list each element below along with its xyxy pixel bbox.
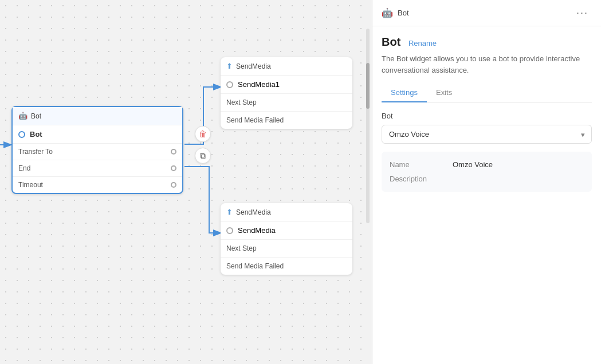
bot-node-name-label: Bot [30,130,42,139]
panel-topbar-left: 🤖 Bot [382,7,409,18]
panel-content: Bot Rename The Bot widget allows you to … [372,26,601,364]
info-description-key: Description [390,175,453,183]
bot-icon: 🤖 [18,112,28,120]
port-end[interactable]: End [13,160,182,177]
info-name-value: Omzo Voice [453,160,493,169]
canvas: 🤖 Bot Bot Transfer To End Timeout 🗑 ⧉ ⬆ … [0,0,372,364]
port-transfer-circle [171,149,176,155]
panel-menu-button[interactable]: ··· [573,6,592,20]
port-timeout[interactable]: Timeout [13,177,182,193]
send-media-1-step-2[interactable]: Send Media Failed [221,112,352,129]
send-media-2-header: ⬆ SendMedia [221,203,352,221]
right-panel: 🤖 Bot ··· Bot Rename The Bot widget allo… [372,0,601,364]
bot-node-header: 🤖 Bot [13,107,182,125]
bot-node-name-row: Bot [13,125,182,144]
settings-section: Bot Omzo Voice Name Omzo Voice Descripti… [382,112,592,192]
panel-bot-icon: 🤖 [382,7,393,18]
send-media-1-name-row: SendMedia1 [221,76,352,94]
panel-description: The Bot widget allows you to use a bot t… [382,53,592,76]
bot-dropdown[interactable]: Omzo Voice [382,125,592,144]
panel-tabs: Settings Exits [382,84,592,102]
info-row-name: Name Omzo Voice [390,157,584,172]
canvas-scrollbar-thumb[interactable] [366,63,370,109]
send-media-2-radio [226,227,233,234]
bot-field-label: Bot [382,112,592,120]
copy-icon: ⧉ [200,151,206,161]
send-media-1-header-label: SendMedia [236,62,271,70]
port-transfer-to[interactable]: Transfer To [13,144,182,160]
panel-topbar: 🤖 Bot ··· [372,0,601,26]
port-end-circle [171,165,176,171]
send-media-1-icon: ⬆ [226,62,233,70]
bot-node-radio [18,131,25,138]
send-media-2-header-label: SendMedia [236,208,271,216]
port-timeout-label: Timeout [18,181,43,189]
port-end-label: End [18,164,30,172]
send-media-2-icon: ⬆ [226,208,233,216]
panel-main-title: Bot [382,35,400,48]
send-media-2-step-2-label: Send Media Failed [226,262,284,270]
send-media-2-name: SendMedia [238,226,276,235]
bot-dropdown-wrapper: Omzo Voice [382,125,592,144]
panel-topbar-title: Bot [398,9,409,17]
send-media-1-radio [226,81,233,88]
bot-node-header-label: Bot [31,112,41,120]
tab-exits[interactable]: Exits [427,84,461,102]
info-table: Name Omzo Voice Description [382,152,592,192]
copy-button[interactable]: ⧉ [195,148,211,164]
delete-button[interactable]: 🗑 [195,126,211,142]
delete-icon: 🗑 [199,129,207,139]
send-media-node-1[interactable]: ⬆ SendMedia SendMedia1 Next Step Send Me… [221,57,352,129]
send-media-1-header: ⬆ SendMedia [221,57,352,76]
canvas-scrollbar[interactable] [366,29,370,223]
send-media-2-name-row: SendMedia [221,221,352,240]
rename-link[interactable]: Rename [408,39,437,48]
send-media-node-2[interactable]: ⬆ SendMedia SendMedia Next Step Send Med… [221,203,352,275]
info-row-description: Description [390,172,584,186]
port-timeout-circle [171,182,176,188]
panel-title-row: Bot Rename [382,35,592,49]
send-media-2-step-2[interactable]: Send Media Failed [221,258,352,275]
tab-settings[interactable]: Settings [382,84,427,102]
send-media-2-step-1-label: Next Step [226,244,257,252]
send-media-1-step-1[interactable]: Next Step [221,94,352,112]
send-media-2-step-1[interactable]: Next Step [221,240,352,258]
bot-node[interactable]: 🤖 Bot Bot Transfer To End Timeout [11,106,183,194]
send-media-1-step-1-label: Next Step [226,98,257,106]
send-media-1-step-2-label: Send Media Failed [226,116,284,124]
send-media-1-name: SendMedia1 [238,80,280,89]
port-transfer-label: Transfer To [18,148,53,156]
info-name-key: Name [390,160,453,169]
